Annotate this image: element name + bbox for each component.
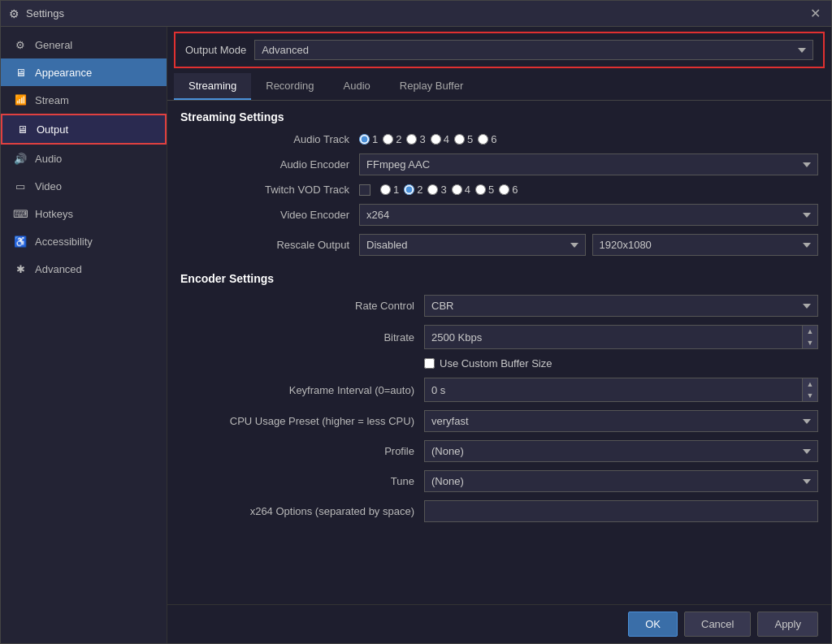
custom-buffer-row: Use Custom Buffer Size — [180, 357, 818, 370]
profile-area: (None) baseline main high — [424, 440, 818, 462]
tune-select[interactable]: (None) film animation grain stillimage — [424, 470, 818, 492]
sidebar-item-label: Hotkeys — [35, 208, 73, 220]
audio-track-4[interactable]: 4 — [431, 133, 449, 145]
sidebar-item-accessibility[interactable]: ♿ Accessibility — [1, 227, 167, 255]
keyframe-row: Keyframe Interval (0=auto) ▲ ▼ — [180, 378, 818, 402]
audio-track-label: Audio Track — [180, 133, 359, 145]
x264-options-row: x264 Options (separated by space) — [180, 500, 818, 522]
close-button[interactable]: ✕ — [807, 6, 823, 22]
cpu-preset-select[interactable]: ultrafast superfast veryfast faster fast… — [424, 410, 818, 432]
rescale-resolution-select[interactable]: 1920x1080 1280x720 1280x960 — [592, 234, 819, 256]
video-encoder-row: Video Encoder x264 NVENC H.264 AMD AMF H… — [180, 204, 818, 226]
twitch-track-5[interactable]: 5 — [475, 184, 494, 196]
twitch-vod-radio-group: 1 2 3 4 5 6 — [380, 184, 518, 196]
sidebar-item-audio[interactable]: 🔊 Audio — [1, 145, 167, 172]
gear-icon: ⚙ — [14, 38, 27, 51]
rescale-output-label: Rescale Output — [180, 239, 359, 251]
keyframe-up-button[interactable]: ▲ — [803, 378, 817, 390]
tune-label: Tune — [180, 475, 424, 487]
twitch-track-4[interactable]: 4 — [452, 184, 470, 196]
footer: OK Cancel Apply — [167, 604, 831, 643]
sidebar-item-label: General — [35, 39, 72, 51]
video-encoder-select[interactable]: x264 NVENC H.264 AMD AMF H.264 — [359, 204, 818, 226]
output-icon: 🖥 — [15, 123, 28, 136]
cancel-button[interactable]: Cancel — [684, 612, 751, 637]
video-encoder-label: Video Encoder — [180, 209, 359, 221]
title-bar: ⚙ Settings ✕ — [1, 1, 831, 27]
accessibility-icon: ♿ — [14, 235, 27, 248]
audio-track-3[interactable]: 3 — [406, 133, 425, 145]
sidebar-item-label: Advanced — [35, 263, 82, 275]
audio-track-radio-group: 1 2 3 4 5 6 — [359, 133, 496, 145]
sidebar-item-hotkeys[interactable]: ⌨ Hotkeys — [1, 200, 167, 227]
custom-buffer-text: Use Custom Buffer Size — [440, 357, 552, 370]
settings-icon: ⚙ — [9, 7, 20, 20]
audio-track-6[interactable]: 6 — [478, 133, 496, 145]
stream-icon: 📶 — [14, 93, 27, 106]
rate-control-row: Rate Control CBR VBR ABR CRF CQP — [180, 295, 818, 317]
tab-audio[interactable]: Audio — [329, 73, 385, 100]
rate-control-label: Rate Control — [180, 300, 424, 312]
sidebar-item-label: Accessibility — [35, 236, 93, 248]
x264-options-area — [424, 500, 818, 522]
audio-encoder-row: Audio Encoder FFmpeg AAC AAC MP3 — [180, 153, 818, 175]
twitch-track-1[interactable]: 1 — [380, 184, 399, 196]
tab-replay-buffer[interactable]: Replay Buffer — [385, 73, 479, 100]
custom-buffer-checkbox[interactable] — [424, 358, 435, 369]
tune-row: Tune (None) film animation grain stillim… — [180, 470, 818, 492]
video-encoder-control: x264 NVENC H.264 AMD AMF H.264 — [359, 204, 818, 226]
bitrate-up-button[interactable]: ▲ — [803, 326, 817, 337]
custom-buffer-area: Use Custom Buffer Size — [424, 357, 818, 370]
twitch-vod-track-row: Twitch VOD Track 1 2 3 4 5 6 — [180, 184, 818, 196]
bitrate-down-button[interactable]: ▼ — [803, 337, 817, 348]
rate-control-select[interactable]: CBR VBR ABR CRF CQP — [424, 295, 818, 317]
sidebar-item-output[interactable]: 🖥 Output — [1, 114, 167, 145]
audio-encoder-control: FFmpeg AAC AAC MP3 — [359, 153, 818, 175]
sidebar-item-video[interactable]: ▭ Video — [1, 172, 167, 200]
twitch-vod-label: Twitch VOD Track — [180, 184, 359, 196]
keyframe-down-button[interactable]: ▼ — [803, 390, 817, 401]
tune-area: (None) film animation grain stillimage — [424, 470, 818, 492]
tab-recording[interactable]: Recording — [251, 73, 328, 100]
main-content: ⚙ General 🖥 Appearance 📶 Stream 🖥 Output… — [1, 27, 831, 643]
twitch-track-3[interactable]: 3 — [427, 184, 446, 196]
audio-track-row: Audio Track 1 2 3 4 5 6 — [180, 133, 818, 145]
bitrate-spinbox: ▲ ▼ — [424, 325, 818, 349]
keyframe-input[interactable] — [425, 378, 802, 401]
tab-streaming[interactable]: Streaming — [174, 73, 251, 100]
sidebar-item-stream[interactable]: 📶 Stream — [1, 86, 167, 114]
twitch-track-2[interactable]: 2 — [404, 184, 422, 196]
twitch-vod-checkbox[interactable] — [359, 184, 370, 196]
ok-button[interactable]: OK — [628, 612, 678, 637]
rescale-output-select[interactable]: Disabled 1920x1080 1280x720 — [359, 234, 586, 256]
tabs-bar: Streaming Recording Audio Replay Buffer — [167, 73, 831, 101]
profile-row: Profile (None) baseline main high — [180, 440, 818, 462]
rate-control-area: CBR VBR ABR CRF CQP — [424, 295, 818, 317]
sidebar-item-label: Audio — [35, 153, 62, 165]
settings-window: ⚙ Settings ✕ ⚙ General 🖥 Appearance 📶 St… — [0, 0, 832, 644]
sidebar-item-general[interactable]: ⚙ General — [1, 31, 167, 58]
profile-select[interactable]: (None) baseline main high — [424, 440, 818, 462]
cpu-preset-row: CPU Usage Preset (higher = less CPU) ult… — [180, 410, 818, 432]
output-mode-label: Output Mode — [185, 44, 246, 56]
x264-options-input[interactable] — [424, 500, 818, 522]
custom-buffer-checkbox-label[interactable]: Use Custom Buffer Size — [424, 357, 552, 370]
window-title: Settings — [26, 7, 64, 19]
sidebar-item-advanced[interactable]: ✱ Advanced — [1, 255, 167, 283]
apply-button[interactable]: Apply — [757, 612, 818, 637]
bitrate-input[interactable] — [425, 326, 802, 348]
bitrate-row: Bitrate ▲ ▼ — [180, 325, 818, 349]
sidebar-item-appearance[interactable]: 🖥 Appearance — [1, 58, 167, 86]
audio-track-controls: 1 2 3 4 5 6 — [359, 133, 818, 145]
content-area: Streaming Settings Audio Track 1 2 3 4 5 — [167, 101, 831, 604]
twitch-track-6[interactable]: 6 — [499, 184, 518, 196]
bitrate-label: Bitrate — [180, 331, 424, 344]
encoder-settings-section: Encoder Settings Rate Control CBR VBR AB… — [180, 272, 818, 522]
audio-track-2[interactable]: 2 — [383, 133, 401, 145]
audio-track-5[interactable]: 5 — [454, 133, 473, 145]
audio-track-1[interactable]: 1 — [359, 133, 378, 145]
sidebar-item-label: Appearance — [35, 67, 92, 79]
output-mode-select[interactable]: Simple Advanced — [254, 40, 813, 60]
audio-encoder-label: Audio Encoder — [180, 158, 359, 171]
audio-encoder-select[interactable]: FFmpeg AAC AAC MP3 — [359, 153, 818, 175]
